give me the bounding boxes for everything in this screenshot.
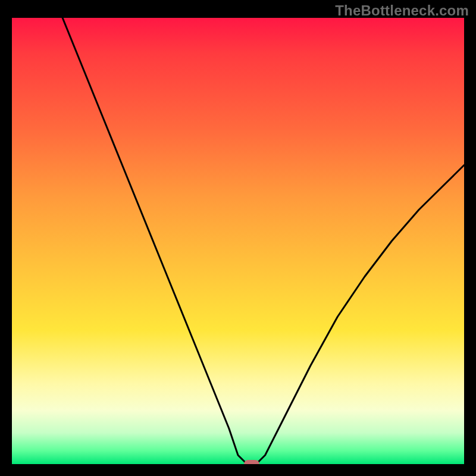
plot-area: [12, 18, 464, 464]
curve-svg: [12, 18, 464, 464]
watermark-text: TheBottleneck.com: [335, 2, 469, 19]
bottleneck-curve: [12, 18, 464, 464]
chart-frame: TheBottleneck.com: [0, 0, 476, 476]
optimal-marker-icon: [244, 460, 259, 464]
